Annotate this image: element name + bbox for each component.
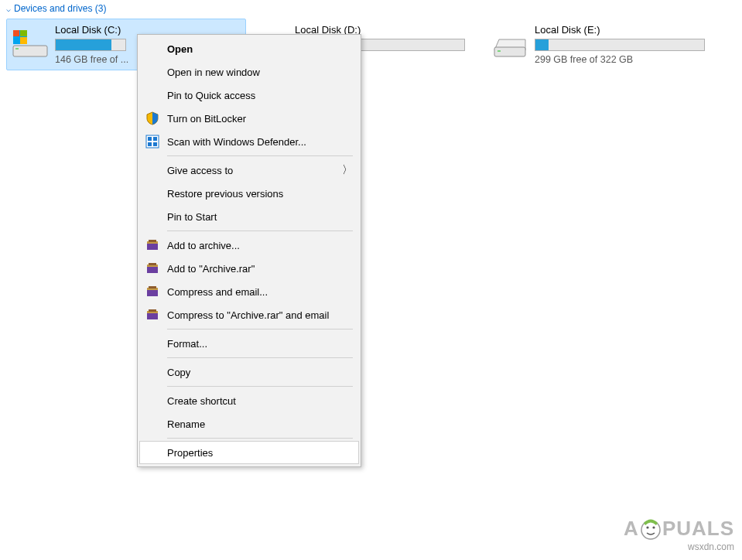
svg-rect-8 — [498, 50, 501, 52]
svg-rect-11 — [153, 137, 157, 141]
menu-separator — [167, 155, 353, 156]
svg-rect-22 — [149, 286, 156, 289]
site-text: wsxdn.com — [624, 541, 734, 552]
svg-rect-0 — [13, 46, 47, 56]
menu-bitlocker[interactable]: Turn on BitLocker — [139, 107, 359, 130]
svg-rect-12 — [148, 142, 152, 146]
menu-give-access[interactable]: Give access to 〉 — [139, 159, 359, 182]
svg-point-28 — [652, 526, 655, 528]
menu-pin-start[interactable]: Pin to Start — [139, 205, 359, 228]
menu-label: Turn on BitLocker — [167, 113, 246, 125]
svg-rect-4 — [20, 30, 27, 36]
capacity-fill — [535, 39, 549, 50]
menu-label: Format... — [167, 338, 207, 350]
brand-logo: APUALS — [624, 517, 734, 541]
brand-post: PUALS — [662, 517, 734, 540]
menu-label: Give access to — [167, 165, 233, 176]
shield-icon — [145, 111, 159, 125]
menu-separator — [167, 357, 353, 358]
menu-label: Create shortcut — [167, 395, 236, 407]
submenu-arrow-icon: 〉 — [342, 163, 353, 177]
svg-rect-5 — [13, 37, 19, 44]
capacity-bar — [535, 39, 705, 51]
drives-container: Local Disk (C:) 146 GB free of ... Local… — [0, 17, 742, 72]
drive-body: Local Disk (E:) 299 GB free of 322 GB — [535, 24, 720, 65]
menu-label: Open — [167, 43, 193, 55]
menu-label: Open in new window — [167, 67, 260, 78]
drive-e[interactable]: Local Disk (E:) 299 GB free of 322 GB — [486, 19, 726, 70]
svg-rect-10 — [148, 137, 152, 141]
menu-create-shortcut[interactable]: Create shortcut — [139, 389, 359, 412]
menu-label: Pin to Start — [167, 211, 217, 223]
capacity-bar — [55, 39, 126, 51]
menu-label: Rename — [167, 418, 205, 430]
menu-label: Restore previous versions — [167, 188, 283, 200]
drive-free-text: 299 GB free of 322 GB — [535, 54, 720, 65]
svg-rect-1 — [15, 48, 19, 50]
svg-rect-6 — [20, 37, 27, 44]
context-menu: Open Open in new window Pin to Quick acc… — [137, 34, 361, 467]
menu-separator — [167, 438, 353, 439]
menu-pin-quick-access[interactable]: Pin to Quick access — [139, 84, 359, 107]
brand-pre: A — [624, 517, 639, 540]
svg-point-27 — [646, 526, 648, 528]
menu-label: Add to "Archive.rar" — [167, 263, 255, 275]
menu-label: Scan with Windows Defender... — [167, 136, 306, 148]
winrar-icon — [145, 285, 159, 299]
menu-rename[interactable]: Rename — [139, 412, 359, 435]
winrar-icon — [145, 308, 159, 322]
menu-separator — [167, 329, 353, 330]
menu-format[interactable]: Format... — [139, 332, 359, 355]
menu-label: Compress and email... — [167, 286, 268, 298]
section-header-label: Devices and drives (3) — [14, 3, 106, 14]
watermark: APUALS wsxdn.com — [624, 517, 734, 552]
menu-restore-versions[interactable]: Restore previous versions — [139, 182, 359, 205]
menu-label: Copy — [167, 367, 190, 378]
menu-label: Add to archive... — [167, 240, 240, 251]
menu-properties[interactable]: Properties — [139, 441, 359, 464]
menu-label: Pin to Quick access — [167, 90, 255, 101]
drive-icon — [491, 29, 528, 60]
menu-open[interactable]: Open — [139, 37, 359, 60]
winrar-icon — [145, 261, 159, 275]
menu-label: Compress to "Archive.rar" and email — [167, 309, 329, 321]
drive-c-icon — [12, 29, 49, 60]
svg-rect-13 — [153, 142, 157, 146]
capacity-fill — [56, 39, 111, 50]
menu-copy[interactable]: Copy — [139, 360, 359, 384]
section-header[interactable]: ⌵ Devices and drives (3) — [0, 0, 742, 17]
menu-add-archive[interactable]: Add to archive... — [139, 234, 359, 257]
defender-icon — [145, 135, 159, 149]
menu-open-new-window[interactable]: Open in new window — [139, 60, 359, 84]
face-icon — [639, 518, 662, 541]
menu-compress-email[interactable]: Compress and email... — [139, 280, 359, 303]
drive-title: Local Disk (E:) — [535, 24, 720, 36]
menu-separator — [167, 230, 353, 231]
chevron-down-icon: ⌵ — [6, 5, 11, 13]
menu-separator — [167, 386, 353, 387]
menu-compress-archiverar-email[interactable]: Compress to "Archive.rar" and email — [139, 303, 359, 326]
menu-label: Properties — [167, 447, 213, 459]
svg-rect-16 — [149, 240, 156, 242]
menu-defender[interactable]: Scan with Windows Defender... — [139, 130, 359, 153]
svg-rect-19 — [149, 263, 156, 265]
menu-add-archiverar[interactable]: Add to "Archive.rar" — [139, 257, 359, 280]
winrar-icon — [145, 238, 159, 252]
svg-rect-3 — [13, 30, 19, 36]
svg-rect-25 — [149, 309, 156, 312]
